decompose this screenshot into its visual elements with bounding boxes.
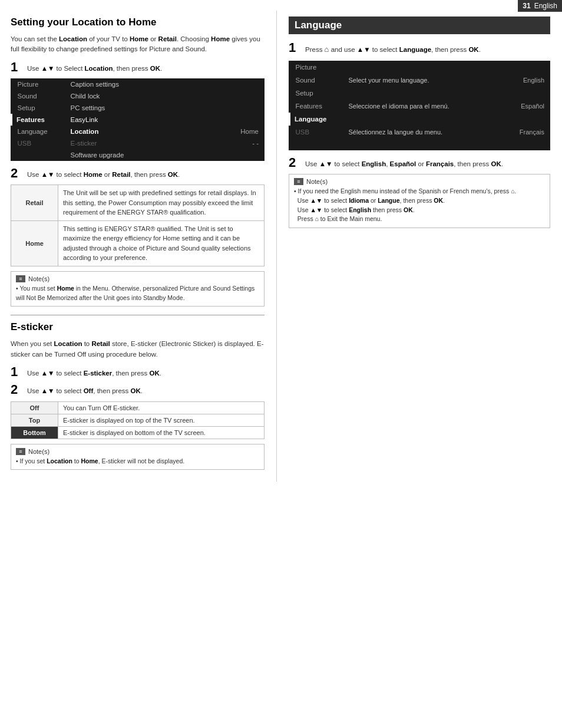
menu-item-esticker: E-sticker (65, 137, 230, 149)
esticker-intro: When you set Location to Retail store, E… (11, 339, 265, 360)
location-intro: You can set the Location of your TV to H… (11, 34, 265, 55)
esticker-step1-number: 1 (11, 365, 24, 378)
lang-step1-text: Press ⌂ and use ▲▼ to select Language, t… (305, 41, 481, 56)
menu-label-usb: USB (12, 137, 65, 149)
lang-menu-language: Language (290, 113, 551, 126)
language-section: Language 1 Press ⌂ and use ▲▼ to select … (289, 17, 550, 228)
esticker-bottom-row: Bottom E-sticker is displayed on bottom … (11, 426, 265, 439)
retail-label: Retail (11, 185, 58, 221)
menu-label-setup: Setup (12, 102, 65, 114)
note-text: • You must set Home in the Menu. Otherwi… (16, 284, 259, 303)
esticker-note-text: • If you set Location to Home, E-sticker… (16, 457, 259, 466)
lang-label-usb: USB (290, 126, 343, 139)
menu-label-sound: Sound (12, 90, 65, 102)
lang-desc-english: Select your menu language. (343, 74, 500, 87)
esticker-top-row: Top E-sticker is displayed on top of the… (11, 414, 265, 426)
menu-item-software: Software upgrade (65, 149, 230, 161)
location-section: Setting your Location to Home You can se… (11, 17, 265, 307)
menu-item-childlock: Child lock (65, 90, 230, 102)
esticker-top-desc: E-sticker is displayed on top of the TV … (58, 414, 265, 426)
esticker-top-label: Top (11, 414, 58, 426)
menu-row-features: Features EasyLink (12, 114, 265, 126)
menu-label-features: Features (12, 114, 65, 126)
esticker-off-row: Off You can Turn Off E-sticker. (11, 401, 265, 414)
esticker-bottom-desc: E-sticker is displayed on bottom of the … (58, 426, 265, 439)
location-options-table: Retail The Unit will be set up with pred… (11, 185, 265, 266)
menu-label-language: Language (12, 126, 65, 137)
section-divider (11, 315, 265, 315)
lang-value-english: English (500, 74, 550, 87)
lang-menu-usb: USB Sélectionnez la langue du menu. Fran… (290, 126, 551, 139)
lang-note-icon: ≡ (294, 178, 303, 185)
esticker-step1-text: Use ▲▼ to select E-sticker, then press O… (27, 365, 161, 378)
lang-step2: 2 Use ▲▼ to select English, Español or F… (289, 156, 550, 169)
menu-row-sound: Sound Child lock (12, 90, 265, 102)
note-icon: ≡ (16, 275, 25, 282)
menu-value-esticker: - - (229, 137, 265, 149)
lang-label-picture: Picture (290, 61, 343, 74)
step2-location: 2 Use ▲▼ to select Home or Retail, then … (11, 167, 265, 180)
lang-step1: 1 Press ⌂ and use ▲▼ to select Language,… (289, 41, 550, 56)
location-title: Setting your Location to Home (11, 17, 265, 28)
note-label: Note(s) (28, 275, 49, 282)
step2-text: Use ▲▼ to select Home or Retail, then pr… (27, 167, 180, 180)
esticker-off-desc: You can Turn Off E-sticker. (58, 401, 265, 414)
menu-item-pcsettings: PC settings (65, 102, 230, 114)
lang-note-label: Note(s) (306, 178, 328, 185)
menu-item-caption: Caption settings (65, 78, 230, 90)
lang-label-sound: Sound (290, 74, 343, 87)
page-badge: 31 English (518, 0, 562, 12)
home-desc: This setting is ENERGY STAR® qualified. … (58, 220, 265, 266)
esticker-note-label: Note(s) (28, 448, 49, 455)
menu-value-home: Home (229, 126, 265, 137)
esticker-step2: 2 Use ▲▼ to select Off, then press OK. (11, 383, 265, 396)
retail-row: Retail The Unit will be set up with pred… (11, 185, 265, 221)
menu-row-software: Software upgrade (12, 149, 265, 161)
location-menu: Picture Caption settings Sound Child loc… (11, 78, 265, 161)
lang-menu-sound: Sound Select your menu language. English (290, 74, 551, 87)
lang-label-setup: Setup (290, 87, 343, 100)
language-note: ≡ Note(s) • If you need the English menu… (289, 174, 550, 228)
lang-value-francais: Français (500, 126, 550, 139)
step1-location: 1 Use ▲▼ to Select Location, then press … (11, 61, 265, 74)
lang-step2-number: 2 (289, 156, 302, 169)
right-column: Language 1 Press ⌂ and use ▲▼ to select … (277, 11, 562, 482)
step1-text: Use ▲▼ to Select Location, then press OK… (27, 61, 162, 74)
lang-step2-text: Use ▲▼ to select English, Español or Fra… (305, 156, 503, 169)
home-icon: ⌂ (325, 45, 329, 54)
home-label: Home (11, 220, 58, 266)
menu-row-language: Language Location Home (12, 126, 265, 137)
lang-desc-espanol: Seleccione el idioma para el menú. (343, 100, 500, 113)
language-title: Language (289, 17, 550, 34)
left-column: Setting your Location to Home You can se… (0, 11, 277, 482)
menu-row-setup: Setup PC settings (12, 102, 265, 114)
step1-number: 1 (11, 61, 24, 74)
esticker-section: E-sticker When you set Location to Retai… (11, 321, 265, 470)
esticker-note-header: ≡ Note(s) (16, 448, 259, 455)
esticker-bottom-label: Bottom (11, 426, 58, 439)
esticker-options-table: Off You can Turn Off E-sticker. Top E-st… (11, 401, 265, 439)
esticker-note-icon: ≡ (16, 448, 25, 455)
menu-item-easylink: EasyLink (65, 114, 230, 126)
location-note: ≡ Note(s) • You must set Home in the Men… (11, 271, 265, 307)
lang-label-language: Language (290, 113, 343, 126)
language-menu: Picture Sound Select your menu language.… (289, 61, 550, 150)
lang-menu-setup: Setup (290, 87, 551, 100)
menu-item-location: Location (65, 126, 230, 137)
step2-number: 2 (11, 167, 24, 180)
retail-desc: The Unit will be set up with predefined … (58, 185, 265, 221)
esticker-step2-text: Use ▲▼ to select Off, then press OK. (27, 383, 143, 396)
lang-menu-features: Features Seleccione el idioma para el me… (290, 100, 551, 113)
esticker-title: E-sticker (11, 321, 265, 333)
menu-label-picture: Picture (12, 78, 65, 90)
page-layout: Setting your Location to Home You can se… (0, 0, 562, 482)
menu-row-picture: Picture Caption settings (12, 78, 265, 90)
lang-desc-francais: Sélectionnez la langue du menu. (343, 126, 500, 139)
page-language: English (534, 2, 557, 10)
esticker-off-label: Off (11, 401, 58, 414)
menu-row-usb: USB E-sticker - - (12, 137, 265, 149)
page-number: 31 (523, 2, 530, 10)
lang-value-espanol: Español (500, 100, 550, 113)
esticker-step2-number: 2 (11, 383, 24, 396)
lang-label-features: Features (290, 100, 343, 113)
